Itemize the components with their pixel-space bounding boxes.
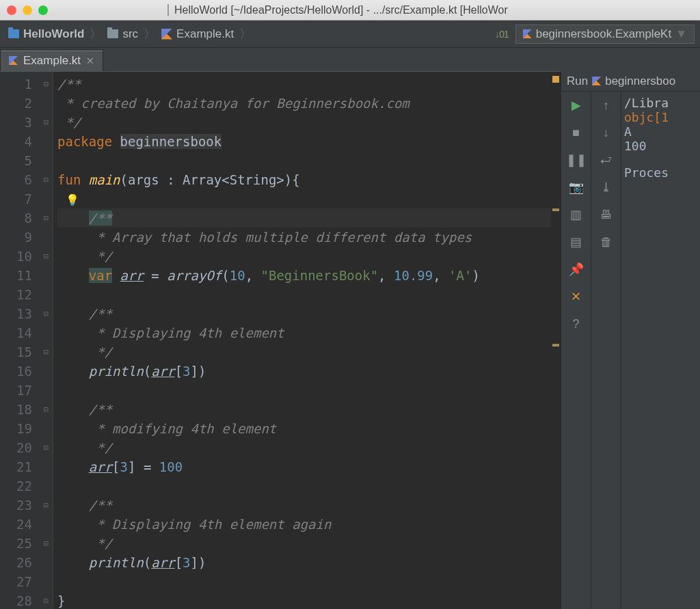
code-line[interactable]: var arr = arrayOf(10, "BeginnersBook", 1… xyxy=(57,266,551,285)
code-line[interactable]: /** xyxy=(57,75,551,94)
breadcrumb-project[interactable]: HelloWorld xyxy=(5,26,87,42)
gutter-line[interactable]: 9 xyxy=(0,228,53,247)
code-line[interactable]: */ xyxy=(57,534,551,553)
gutter-line[interactable]: 4 xyxy=(0,132,53,151)
minimize-window-button[interactable] xyxy=(23,5,32,15)
autoscroll-icon[interactable]: ↓01 xyxy=(495,29,509,40)
gutter-line[interactable]: 18⊟ xyxy=(0,400,53,419)
code-line[interactable] xyxy=(57,151,551,170)
code-line[interactable]: /** xyxy=(57,496,551,515)
gutter-line[interactable]: 7 xyxy=(0,189,53,208)
code-line[interactable]: /** xyxy=(57,400,551,419)
code-line[interactable]: /** xyxy=(57,208,551,228)
code-line[interactable]: /** xyxy=(57,304,551,323)
up-stack-button[interactable]: ↑ xyxy=(598,97,615,113)
rerun-button[interactable]: ▶ xyxy=(568,97,584,113)
gutter-line[interactable]: 17 xyxy=(0,381,53,400)
gutter-line[interactable]: 15⊟ xyxy=(0,342,53,362)
code-line[interactable]: * created by Chaitanya for Beginnersbook… xyxy=(57,94,551,113)
pin-button[interactable]: 📌 xyxy=(568,261,584,278)
code-line[interactable] xyxy=(57,476,551,496)
code-line[interactable]: package beginnersbook xyxy=(57,132,551,151)
restore-layout-button[interactable]: ▤ xyxy=(568,234,584,250)
fold-icon[interactable]: ⊟ xyxy=(44,208,49,228)
fold-icon[interactable]: ⊟ xyxy=(44,400,49,419)
gutter-line[interactable]: 16 xyxy=(0,362,53,381)
console-output[interactable]: /Libra objc[1 A 100 Proces xyxy=(621,92,700,609)
fold-icon[interactable]: ⊟ xyxy=(44,438,49,457)
code-line[interactable]: println(arr[3]) xyxy=(57,553,551,572)
gutter-line[interactable]: 2 xyxy=(0,94,53,113)
gutter-line[interactable]: 22 xyxy=(0,476,53,496)
print-button[interactable]: 🖶 xyxy=(598,206,615,223)
breadcrumb-file[interactable]: Example.kt xyxy=(159,26,237,42)
code-line[interactable]: } xyxy=(57,591,551,609)
code-editor[interactable]: 💡 1⊟23⊟456⊟78⊟910⊟111213⊟1415⊟161718⊟192… xyxy=(0,71,561,609)
gutter-line[interactable]: 1⊟ xyxy=(0,75,53,94)
gutter-line[interactable]: 26 xyxy=(0,553,53,572)
down-stack-button[interactable]: ↓ xyxy=(598,124,615,141)
gutter-line[interactable]: 11 xyxy=(0,266,53,285)
gutter-line[interactable]: 10⊟ xyxy=(0,247,53,266)
code-line[interactable] xyxy=(57,189,551,208)
gutter-line[interactable]: 20⊟ xyxy=(0,438,53,457)
fold-icon[interactable]: ⊟ xyxy=(44,534,49,553)
fold-icon[interactable]: ⊟ xyxy=(44,591,49,609)
code-line[interactable]: */ xyxy=(57,247,551,266)
gutter-line[interactable]: 6⊟ xyxy=(0,170,53,189)
intention-bulb-icon[interactable]: 💡 xyxy=(66,193,79,206)
editor-content[interactable]: /** * created by Chaitanya for Beginners… xyxy=(53,72,551,609)
help-button[interactable]: ? xyxy=(568,316,584,332)
scroll-to-end-button[interactable]: ⤓ xyxy=(598,179,615,195)
fold-icon[interactable]: ⊟ xyxy=(44,496,49,515)
code-line[interactable]: * Displaying 4th element again xyxy=(57,515,551,534)
breadcrumb-src[interactable]: src xyxy=(105,26,141,42)
gutter-line[interactable]: 8⊟ xyxy=(0,208,53,228)
editor-tab-example[interactable]: Example.kt ✕ xyxy=(0,49,103,71)
layout-button[interactable]: ▥ xyxy=(568,206,584,223)
gutter-line[interactable]: 27 xyxy=(0,572,53,591)
warning-mark[interactable] xyxy=(552,208,559,211)
gutter-line[interactable]: 28⊟ xyxy=(0,591,53,609)
code-line[interactable]: * Array that holds multiple different da… xyxy=(57,228,551,247)
dump-threads-button[interactable]: 📷 xyxy=(568,179,584,195)
editor-error-stripe[interactable] xyxy=(551,72,561,609)
code-line[interactable]: * modifying 4th element xyxy=(57,419,551,438)
gutter-line[interactable]: 12 xyxy=(0,285,53,304)
analysis-status-icon[interactable] xyxy=(552,76,559,83)
gutter-line[interactable]: 19 xyxy=(0,419,53,438)
code-line[interactable] xyxy=(57,381,551,400)
run-configuration-selector[interactable]: beginnersbook.ExampleKt ▼ xyxy=(515,25,695,44)
fold-icon[interactable]: ⊟ xyxy=(44,247,49,266)
code-line[interactable]: arr[3] = 100 xyxy=(57,457,551,476)
code-line[interactable]: */ xyxy=(57,342,551,362)
warning-mark[interactable] xyxy=(552,344,559,347)
gutter-line[interactable]: 5 xyxy=(0,151,53,170)
stop-button[interactable]: ■ xyxy=(568,124,584,141)
code-line[interactable]: */ xyxy=(57,438,551,457)
close-button[interactable]: ✕ xyxy=(568,288,584,305)
code-line[interactable] xyxy=(57,285,551,304)
close-tab-icon[interactable]: ✕ xyxy=(86,55,94,66)
gutter-line[interactable]: 25⊟ xyxy=(0,534,53,553)
gutter-line[interactable]: 13⊟ xyxy=(0,304,53,323)
editor-gutter[interactable]: 1⊟23⊟456⊟78⊟910⊟111213⊟1415⊟161718⊟1920⊟… xyxy=(0,72,53,609)
gutter-line[interactable]: 21 xyxy=(0,457,53,476)
gutter-line[interactable]: 14 xyxy=(0,323,53,342)
fold-icon[interactable]: ⊟ xyxy=(44,113,49,132)
pause-button[interactable]: ❚❚ xyxy=(568,152,584,168)
fold-icon[interactable]: ⊟ xyxy=(44,304,49,323)
fold-icon[interactable]: ⊟ xyxy=(44,170,49,189)
fold-icon[interactable]: ⊟ xyxy=(44,342,49,362)
clear-all-button[interactable]: 🗑 xyxy=(598,234,615,250)
fold-icon[interactable]: ⊟ xyxy=(44,75,49,94)
gutter-line[interactable]: 23⊟ xyxy=(0,496,53,515)
code-line[interactable] xyxy=(57,572,551,591)
close-window-button[interactable] xyxy=(7,5,16,15)
code-line[interactable]: fun main(args : Array<String>){ xyxy=(57,170,551,189)
code-line[interactable]: */ xyxy=(57,113,551,132)
zoom-window-button[interactable] xyxy=(38,5,48,15)
code-line[interactable]: * Displaying 4th element xyxy=(57,323,551,342)
code-line[interactable]: println(arr[3]) xyxy=(57,362,551,381)
gutter-line[interactable]: 3⊟ xyxy=(0,113,53,132)
